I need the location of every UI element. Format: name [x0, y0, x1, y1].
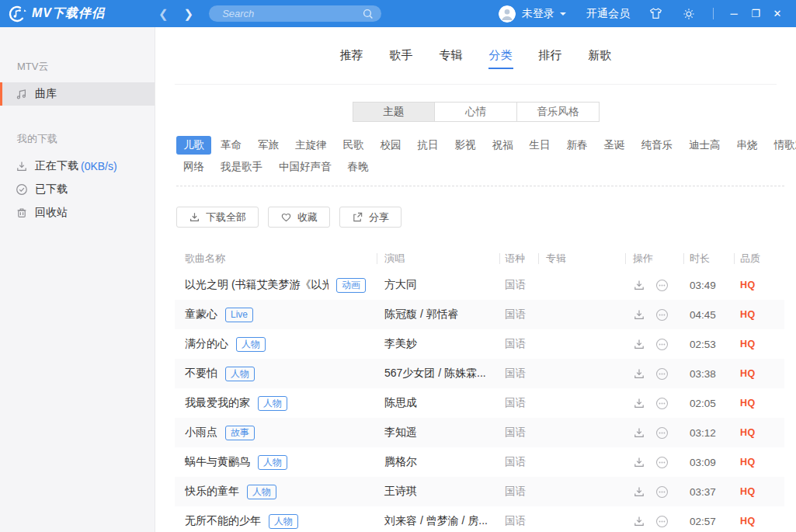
- artist-cell: 567少女团 / 陈姝霖...: [377, 367, 499, 381]
- table-row[interactable]: 不要怕人物567少女团 / 陈姝霖...国语03:38HQ: [175, 359, 784, 388]
- table-row[interactable]: 快乐的童年人物王诗琪国语03:37HQ: [175, 477, 784, 506]
- download-all-button[interactable]: 下载全部: [176, 207, 259, 228]
- table-row[interactable]: 满分的心人物李美妙国语02:53HQ: [175, 329, 784, 359]
- row-more-icon[interactable]: [655, 397, 669, 410]
- category-tag[interactable]: 我是歌手: [214, 158, 269, 176]
- category-tag[interactable]: 校园: [374, 136, 408, 155]
- artist-cell: 刘来容 / 曾梦渝 / 房...: [377, 514, 499, 528]
- category-tag[interactable]: 生日: [523, 136, 558, 155]
- table-row[interactable]: 以光之明 (书籍艾美梦游《以光...动画方大同国语03:49HQ: [175, 270, 784, 300]
- song-title: 小雨点: [185, 426, 217, 440]
- main-content: 推荐歌手专辑分类排行新歌 主题心情音乐风格 儿歌革命军旅主旋律民歌校园抗日影视祝…: [155, 27, 796, 532]
- nav-tab[interactable]: 专辑: [437, 43, 465, 68]
- row-more-icon[interactable]: [655, 515, 669, 528]
- category-tag[interactable]: 中国好声音: [272, 158, 339, 176]
- nav-forward-icon[interactable]: ❯: [184, 8, 194, 19]
- song-badge: 人物: [258, 396, 287, 411]
- row-more-icon[interactable]: [655, 426, 669, 440]
- column-header: 时长: [683, 247, 734, 270]
- row-more-icon[interactable]: [655, 279, 669, 292]
- nav-tab[interactable]: 歌手: [388, 43, 415, 68]
- language-cell: 国语: [499, 485, 538, 499]
- tag-row: 网络我是歌手中国好声音春晚: [176, 156, 784, 178]
- category-tag[interactable]: 串烧: [730, 136, 765, 155]
- titlebar-divider: [713, 8, 714, 19]
- row-download-icon[interactable]: [633, 485, 645, 498]
- column-header: 语种: [499, 247, 538, 270]
- row-download-icon[interactable]: [633, 397, 645, 409]
- sidebar-section-mtv-cloud: MTV云: [0, 60, 155, 74]
- category-tag[interactable]: 圣诞: [597, 136, 632, 155]
- category-tag[interactable]: 军旅: [251, 136, 286, 155]
- search-input[interactable]: [222, 8, 363, 19]
- row-download-icon[interactable]: [633, 279, 645, 291]
- category-tag[interactable]: 革命: [214, 136, 249, 155]
- close-button[interactable]: ✕: [766, 8, 788, 19]
- favorite-label: 收藏: [297, 210, 318, 224]
- category-tag[interactable]: 抗日: [411, 136, 446, 155]
- minimize-button[interactable]: ─: [723, 8, 745, 19]
- favorite-button[interactable]: 收藏: [268, 207, 330, 228]
- category-tag[interactable]: 儿歌: [176, 136, 211, 155]
- segment-button[interactable]: 心情: [434, 103, 516, 121]
- duration-cell: 03:38: [683, 368, 734, 380]
- category-tag[interactable]: 纯音乐: [634, 136, 680, 155]
- song-badge: 人物: [269, 514, 298, 529]
- sidebar-item-downloaded[interactable]: 已下载: [0, 178, 155, 201]
- nav-tab[interactable]: 分类: [487, 43, 515, 68]
- category-tag[interactable]: 民歌: [336, 136, 371, 155]
- row-more-icon[interactable]: [655, 367, 669, 381]
- chevron-down-icon[interactable]: [560, 12, 566, 19]
- row-download-icon[interactable]: [633, 456, 645, 468]
- settings-gear-icon[interactable]: [682, 7, 696, 21]
- download-icon: [189, 211, 200, 223]
- sidebar-item-library[interactable]: 曲库: [0, 82, 155, 106]
- sidebar-item-downloading[interactable]: 正在下载(0KB/s): [0, 155, 155, 178]
- row-download-icon[interactable]: [633, 338, 645, 350]
- row-download-icon[interactable]: [633, 426, 645, 439]
- column-header: 演唱: [377, 247, 499, 270]
- dashed-divider: [176, 186, 784, 186]
- share-button[interactable]: 分享: [339, 207, 401, 228]
- skin-theme-icon[interactable]: [648, 6, 663, 21]
- category-tag[interactable]: 祝福: [485, 136, 520, 155]
- category-tag[interactable]: 新春: [560, 136, 595, 155]
- nav-tab[interactable]: 排行: [537, 43, 565, 68]
- actions-cell: [625, 338, 683, 351]
- row-download-icon[interactable]: [633, 308, 645, 321]
- vip-membership-link[interactable]: 开通会员: [586, 7, 630, 21]
- segment-button[interactable]: 主题: [353, 103, 435, 121]
- table-row[interactable]: 童蒙心Live陈冠馥 / 郭恬睿国语04:45HQ: [175, 300, 784, 329]
- category-tag[interactable]: 影视: [448, 136, 483, 155]
- row-more-icon[interactable]: [655, 338, 669, 351]
- category-tag[interactable]: 春晚: [341, 158, 376, 176]
- category-tag[interactable]: 迪士高: [682, 136, 728, 155]
- table-row[interactable]: 小雨点故事李知遥国语03:12HQ: [175, 418, 784, 447]
- search-icon[interactable]: [363, 9, 374, 19]
- table-row[interactable]: 蜗牛与黄鹂鸟人物腾格尔国语03:09HQ: [175, 447, 784, 477]
- trash-icon: [16, 207, 28, 219]
- tag-filter-block: 儿歌革命军旅主旋律民歌校园抗日影视祝福生日新春圣诞纯音乐迪士高串烧情歌对唱网络我…: [176, 134, 784, 178]
- nav-tab[interactable]: 推荐: [338, 43, 366, 68]
- row-download-icon[interactable]: [633, 515, 645, 527]
- row-more-icon[interactable]: [655, 456, 669, 469]
- song-name-cell: 小雨点故事: [175, 426, 377, 440]
- search-bar[interactable]: [209, 5, 381, 22]
- row-more-icon[interactable]: [655, 485, 669, 499]
- nav-tab[interactable]: 新歌: [586, 43, 614, 68]
- login-status[interactable]: 未登录: [522, 7, 554, 21]
- table-row[interactable]: 无所不能的少年人物刘来容 / 曾梦渝 / 房...国语02:57HQ: [175, 506, 784, 532]
- segment-button[interactable]: 音乐风格: [516, 103, 599, 121]
- sidebar-item-recycle-bin[interactable]: 回收站: [0, 201, 155, 224]
- duration-cell: 04:45: [683, 309, 734, 321]
- category-tag[interactable]: 网络: [176, 158, 211, 176]
- maximize-button[interactable]: ❐: [745, 8, 766, 19]
- avatar[interactable]: [499, 5, 516, 23]
- table-row[interactable]: 我最爱我的家人物陈思成国语02:05HQ: [175, 388, 784, 418]
- row-more-icon[interactable]: [655, 308, 669, 322]
- nav-back-icon[interactable]: ❮: [158, 8, 169, 19]
- category-tag[interactable]: 主旋律: [288, 136, 334, 155]
- category-tag[interactable]: 情歌对唱: [767, 136, 796, 155]
- row-download-icon[interactable]: [633, 367, 645, 380]
- language-cell: 国语: [499, 308, 538, 322]
